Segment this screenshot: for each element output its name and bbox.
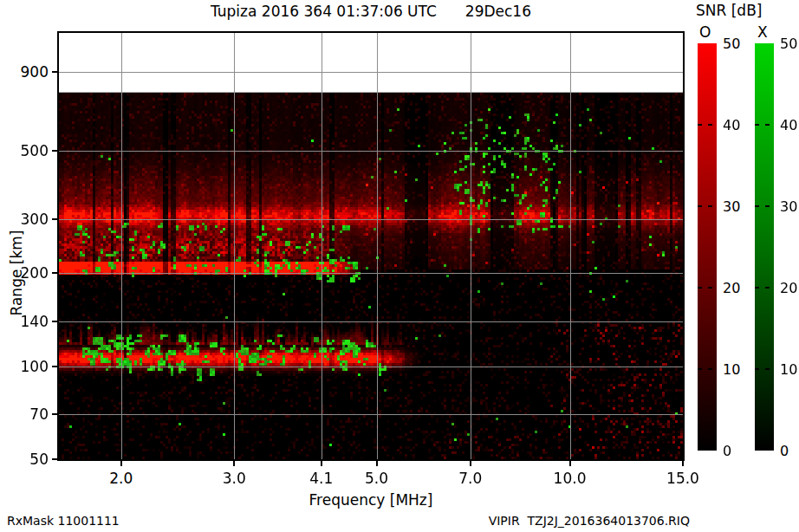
x-colorbar-tick-label-40: 40 (780, 117, 797, 133)
ionogram-heatmap (59, 33, 683, 459)
y-tick-mark (52, 272, 57, 274)
y-tick-mark (52, 218, 57, 220)
colorbar-tick-dash (755, 124, 774, 126)
x-tick-mark (682, 461, 684, 466)
x-colorbar-tick-label-20: 20 (780, 280, 797, 296)
x-tick-mark (233, 461, 235, 466)
o-mode-colorbar (698, 43, 717, 451)
y-tick-mark (52, 321, 57, 322)
plot-title-station-time: Tupiza 2016 364 01:37:06 UTC (211, 3, 437, 20)
y-tick-label-70: 70 (0, 405, 49, 423)
colorbar-tick-dash (698, 124, 717, 126)
x-tick-label-15: 15.0 (655, 470, 711, 487)
o-mode-label: O (699, 23, 711, 41)
y-tick-mark (52, 71, 57, 73)
y-tick-mark (52, 150, 57, 152)
y-tick-label-900: 900 (0, 63, 49, 81)
y-tick-mark (52, 413, 57, 415)
colorbar-title: SNR [dB] (696, 2, 762, 19)
x-colorbar-tick-label-0: 0 (780, 443, 789, 459)
y-tick-label-100: 100 (0, 358, 49, 375)
y-tick-label-200: 200 (0, 264, 49, 282)
x-tick-mark (376, 461, 378, 466)
x-tick-label-7: 7.0 (443, 470, 498, 487)
ionogram-page: Tupiza 2016 364 01:37:06 UTC 29Dec16 Ran… (0, 0, 799, 532)
rxmask-text: RxMask 11001111 (7, 514, 120, 528)
x-tick-label-10: 10.0 (542, 470, 598, 487)
y-tick-mark (52, 458, 57, 460)
colorbar-tick-dash (698, 287, 717, 289)
x-tick-label-2: 2.0 (94, 470, 149, 487)
x-colorbar-tick-label-10: 10 (780, 361, 797, 378)
o-colorbar-tick-label-0: 0 (723, 443, 731, 459)
y-tick-label-140: 140 (0, 313, 49, 330)
x-colorbar-tick-label-50: 50 (780, 36, 797, 52)
y-tick-label-500: 500 (0, 142, 49, 159)
x-colorbar-tick-label-30: 30 (780, 198, 797, 215)
x-tick-label-3: 3.0 (206, 470, 262, 487)
o-colorbar-tick-label-10: 10 (723, 361, 740, 378)
colorbar-tick-dash (698, 205, 717, 207)
y-tick-label-50: 50 (0, 451, 49, 468)
colorbar-tick-dash (755, 287, 774, 289)
plot-title-date: 29Dec16 (465, 3, 531, 20)
x-mode-label: X (757, 23, 768, 41)
x-tick-mark (120, 461, 122, 466)
o-colorbar-tick-label-30: 30 (723, 198, 740, 215)
x-axis-label: Frequency [MHz] (59, 491, 683, 509)
data-filename-text: VIPIR TZJ2J_2016364013706.RIQ (433, 514, 690, 528)
o-colorbar-tick-label-20: 20 (723, 280, 740, 296)
plot-title: Tupiza 2016 364 01:37:06 UTC 29Dec16 (59, 3, 683, 20)
o-colorbar-tick-label-40: 40 (723, 117, 740, 133)
x-tick-mark (470, 461, 471, 466)
x-tick-mark (569, 461, 571, 466)
o-colorbar-tick-label-50: 50 (723, 36, 740, 52)
x-tick-label-5: 5.0 (349, 470, 405, 487)
y-tick-label-300: 300 (0, 211, 49, 228)
x-tick-mark (321, 461, 322, 466)
colorbar-tick-dash (698, 368, 717, 370)
x-mode-colorbar (755, 43, 774, 451)
y-tick-mark (52, 366, 57, 367)
x-tick-label-4.1: 4.1 (294, 470, 349, 487)
colorbar-tick-dash (755, 368, 774, 370)
colorbar-tick-dash (755, 205, 774, 207)
